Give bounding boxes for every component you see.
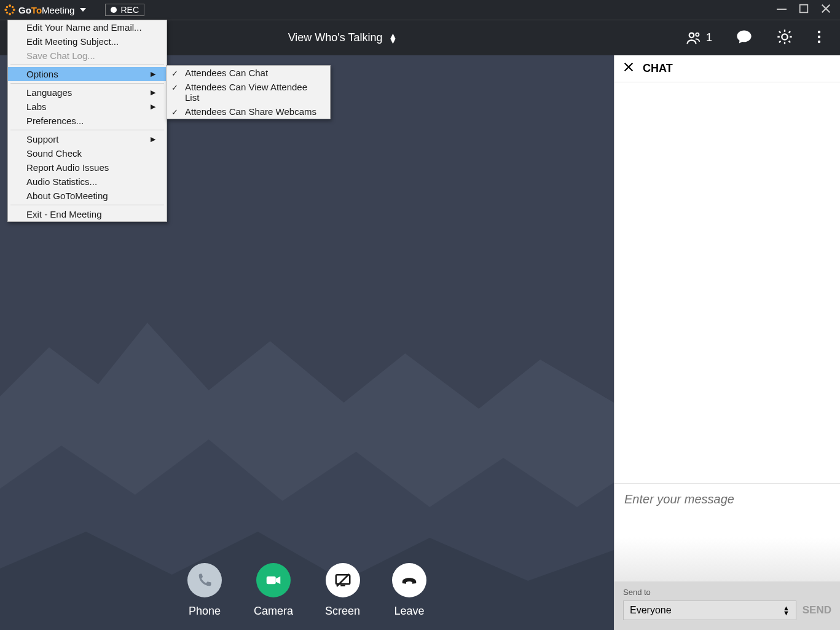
send-to-select[interactable]: Everyone ▲▼: [623, 600, 796, 620]
menu-audio-stats[interactable]: Audio Statistics...: [8, 175, 167, 189]
svg-point-0: [9, 4, 11, 7]
chat-header: CHAT: [614, 55, 840, 82]
phone-action[interactable]: Phone: [187, 563, 222, 618]
menu-exit-label: Exit - End Meeting: [26, 209, 102, 219]
menu-report-audio[interactable]: Report Audio Issues: [8, 160, 167, 175]
submenu-arrow-icon: ▶: [151, 103, 155, 111]
submenu-attendees-chat-label: Attendees Can Chat: [185, 68, 268, 78]
camera-icon: [264, 571, 283, 589]
close-button[interactable]: [818, 3, 834, 17]
svg-point-3: [13, 9, 15, 11]
menu-separator: [10, 83, 164, 84]
svg-point-10: [689, 33, 694, 37]
camera-label: Camera: [254, 605, 293, 618]
view-talking-label: View Who's Talking: [288, 31, 383, 44]
submenu-attendees-share-webcams[interactable]: ✓ Attendees Can Share Webcams: [167, 104, 330, 119]
record-button[interactable]: REC: [105, 4, 144, 16]
settings-button[interactable]: [776, 28, 793, 48]
menu-languages[interactable]: Languages ▶: [8, 85, 167, 100]
screen-label: Screen: [325, 605, 360, 618]
more-button[interactable]: [817, 30, 822, 47]
phone-circle: [187, 563, 222, 597]
chat-input[interactable]: Enter your message: [614, 483, 840, 581]
menu-audio-stats-label: Audio Statistics...: [26, 176, 97, 187]
submenu-arrow-icon: ▶: [151, 70, 155, 78]
svg-rect-17: [340, 585, 345, 587]
menu-support[interactable]: Support ▶: [8, 132, 167, 146]
menu-preferences-label: Preferences...: [26, 116, 84, 126]
camera-action[interactable]: Camera: [254, 563, 293, 618]
menu-separator: [10, 130, 164, 130]
select-arrows-icon: ▲▼: [783, 605, 790, 615]
record-label: REC: [120, 5, 139, 15]
close-icon: [623, 61, 634, 73]
menu-sound-check[interactable]: Sound Check: [8, 146, 167, 160]
check-icon: ✓: [171, 83, 178, 92]
check-icon: ✓: [171, 69, 178, 78]
svg-rect-8: [777, 9, 787, 10]
chat-close-button[interactable]: [623, 61, 634, 76]
attendees-count: 1: [706, 31, 712, 44]
logo-text-go: Go: [18, 5, 31, 15]
attendees-button[interactable]: 1: [685, 30, 712, 47]
svg-point-14: [818, 40, 820, 42]
menu-edit-name[interactable]: Edit Your Name and Email...: [8, 20, 167, 34]
menu-labs[interactable]: Labs ▶: [8, 100, 167, 114]
menu-save-chat: Save Chat Log...: [8, 49, 167, 63]
menu-labs-label: Labs: [26, 101, 47, 112]
check-icon: ✓: [171, 108, 178, 117]
view-talking-sort-icon: ▲▼: [388, 33, 397, 43]
svg-rect-15: [267, 577, 276, 585]
svg-rect-9: [800, 4, 808, 12]
submenu-attendees-share-webcams-label: Attendees Can Share Webcams: [185, 106, 316, 117]
window-controls: [774, 2, 840, 18]
people-icon: [685, 30, 702, 47]
svg-point-13: [818, 35, 820, 37]
chat-icon: [736, 28, 753, 45]
chat-input-placeholder: Enter your message: [624, 492, 734, 506]
screen-action[interactable]: Screen: [325, 563, 360, 618]
logo-text-meeting: Meeting: [42, 5, 74, 15]
menu-sound-check-label: Sound Check: [26, 148, 82, 159]
app-menu: Edit Your Name and Email... Edit Meeting…: [7, 20, 167, 222]
menu-exit[interactable]: Exit - End Meeting: [8, 207, 167, 221]
svg-point-2: [4, 9, 7, 11]
record-dot-icon: [111, 7, 117, 13]
maximize-button[interactable]: [796, 3, 812, 17]
leave-action[interactable]: Leave: [392, 563, 426, 618]
app-menu-caret-icon[interactable]: [79, 5, 87, 15]
gotomeeting-logo-icon: [4, 4, 16, 16]
svg-point-4: [6, 6, 9, 9]
phone-icon: [196, 572, 213, 589]
menu-report-audio-label: Report Audio Issues: [26, 162, 109, 173]
gear-icon: [776, 28, 793, 45]
svg-point-12: [818, 30, 820, 33]
menu-edit-name-label: Edit Your Name and Email...: [26, 22, 142, 33]
menu-separator: [10, 205, 164, 205]
submenu-attendees-chat[interactable]: ✓ Attendees Can Chat: [167, 66, 330, 80]
submenu-arrow-icon: ▶: [151, 135, 155, 143]
minimize-button[interactable]: [774, 2, 790, 18]
menu-edit-subject[interactable]: Edit Meeting Subject...: [8, 34, 167, 49]
titlebar: Go To Meeting REC: [0, 0, 840, 20]
leave-circle: [392, 563, 426, 597]
menu-about[interactable]: About GoToMeeting: [8, 189, 167, 203]
menu-languages-label: Languages: [26, 87, 72, 98]
hangup-icon: [400, 571, 418, 589]
send-to-label: Send to: [623, 588, 831, 597]
camera-circle: [256, 563, 291, 597]
chat-tab-button[interactable]: [736, 28, 753, 48]
menu-options[interactable]: Options ▶: [8, 67, 167, 81]
menu-preferences[interactable]: Preferences...: [8, 114, 167, 128]
chat-title: CHAT: [643, 62, 673, 75]
submenu-attendees-view-list[interactable]: ✓ Attendees Can View Attendee List: [167, 80, 330, 104]
screen-share-icon: [334, 571, 352, 589]
screen-circle: [326, 563, 360, 597]
logo-text-to: To: [31, 5, 42, 15]
send-button[interactable]: SEND: [803, 604, 831, 616]
menu-save-chat-label: Save Chat Log...: [26, 50, 95, 61]
menu-options-label: Options: [26, 69, 58, 79]
chat-message-list: [614, 82, 840, 483]
phone-label: Phone: [189, 605, 221, 618]
leave-label: Leave: [394, 605, 425, 618]
